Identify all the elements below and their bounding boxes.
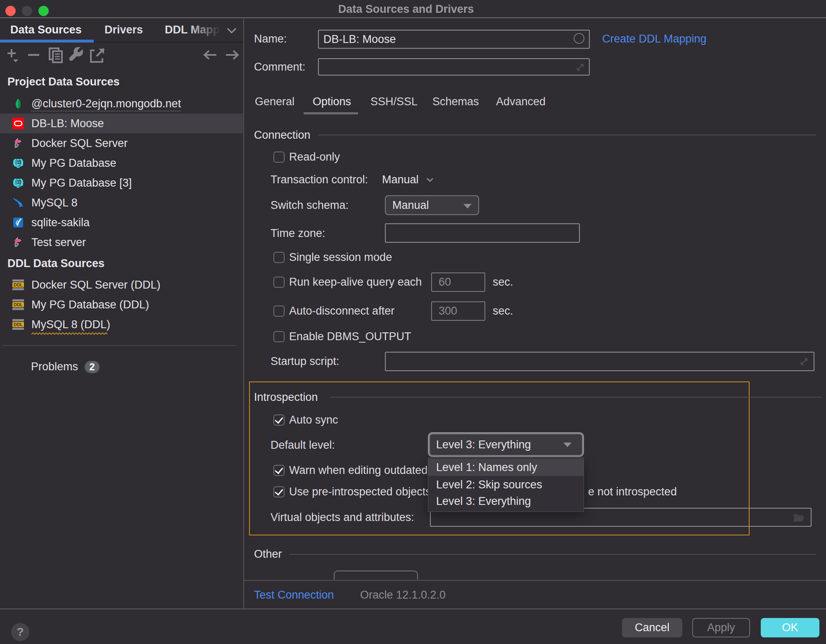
svg-text:DDL: DDL [14, 322, 23, 327]
svg-text:DDL: DDL [14, 302, 23, 307]
svg-text:DDL: DDL [14, 282, 23, 287]
